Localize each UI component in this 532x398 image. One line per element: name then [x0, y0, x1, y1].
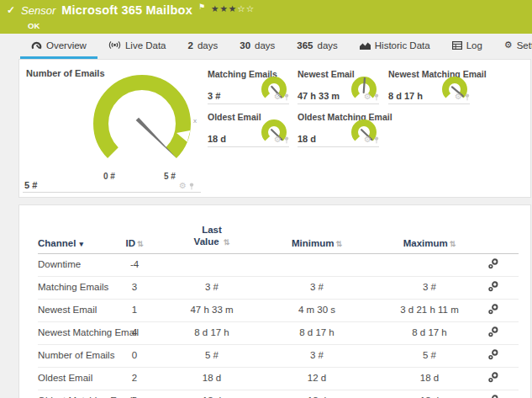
channel-actions-cell [485, 367, 519, 390]
table-row-newest-email[interactable]: Newest Email 1 47 h 33 m 4 m 30 s 3 d 21… [38, 299, 519, 321]
sensor-kind-label: Sensor [21, 4, 55, 17]
historic-data-icon [360, 41, 371, 50]
channel-name: Number of Emails [38, 344, 105, 367]
main-gauge-value: 5 # [24, 180, 37, 190]
gear-icon[interactable]: ⚙ [364, 93, 371, 101]
channel-actions-cell [485, 321, 519, 344]
channel-name: Oldest Matching Email [38, 390, 105, 398]
channel-id: 1 [105, 299, 164, 321]
tab-settings[interactable]: ⚙Settings [493, 34, 532, 59]
table-row-number-of-emails[interactable]: Number of Emails 0 5 # 3 # 5 # [38, 344, 519, 367]
gauge-value: 3 # [208, 91, 220, 101]
log-icon [452, 41, 462, 50]
column-header-maximum[interactable]: Maximum⇅ [374, 212, 485, 253]
channel-last-value: 5 # [164, 344, 260, 367]
stars-empty[interactable]: ☆☆ [237, 3, 255, 13]
channel-actions-cell [485, 390, 519, 398]
channel-last-value: 8 d 17 h [164, 321, 260, 344]
sort-icon: ⇅ [224, 238, 230, 247]
tab-label-number: 30 [240, 40, 250, 50]
channel-actions-cell [485, 344, 519, 367]
table-row-downtime[interactable]: Downtime -4 [38, 253, 519, 276]
channel-name: Downtime [38, 253, 105, 276]
gauge-scale-min: 0 # [103, 172, 115, 181]
tab-overview[interactable]: Overview [20, 34, 97, 59]
tab-label: days [198, 40, 218, 50]
gear-icon[interactable]: ⚙ [179, 182, 187, 190]
sort-icon: ⇅ [137, 240, 144, 248]
pin-icon[interactable] [465, 93, 470, 101]
tab-bar: OverviewLive Data2days30days365daysHisto… [0, 34, 532, 59]
channel-id: 2 [105, 367, 164, 390]
column-header-last-value[interactable]: Last Value ⇅ [164, 212, 260, 253]
gauge-cell-actions: ⚙ [364, 135, 379, 144]
table-row-newest-matching-email[interactable]: Newest Matching Email 4 8 d 17 h 8 d 17 … [38, 321, 519, 344]
gauge-cell-actions: ⚙ [179, 182, 194, 190]
channel-settings-icon[interactable] [488, 395, 498, 398]
table-row-oldest-matching-email[interactable]: Oldest Matching Email 5 18 d 18 d 18 d [38, 390, 519, 398]
tab-30-days[interactable]: 30days [229, 34, 286, 59]
stars-filled[interactable]: ★★★ [211, 3, 237, 13]
gauge-cell-actions: ⚙ [455, 93, 470, 101]
tab-label: days [318, 40, 338, 50]
table-header-row: Channel▾ ID⇅ Last Value ⇅ Minimum⇅ Maxim… [38, 212, 519, 253]
gauge-arc [101, 82, 183, 153]
channel-maximum: 3 d 21 h 11 m [374, 299, 485, 321]
channel-last-value: 47 h 33 m [164, 299, 260, 321]
channel-name: Newest Email [38, 299, 105, 321]
channel-settings-icon[interactable] [488, 349, 498, 360]
gauge-value: 18 d [208, 134, 226, 144]
gauge-title: Oldest Email [208, 112, 261, 122]
pin-icon[interactable] [374, 136, 379, 144]
tab-365-days[interactable]: 365days [286, 34, 348, 59]
gauge-cell-matching-emails: Matching Emails 3 # ⚙ [208, 70, 289, 104]
gear-icon[interactable]: ⚙ [274, 135, 282, 144]
gauge-title: Newest Matching Email [388, 69, 487, 79]
channels-table-body: Downtime -4 Matching Emails 3 3 # 3 # 3 … [38, 253, 519, 398]
tab-2-days[interactable]: 2days [177, 34, 229, 59]
gauge-scale-max: 5 # [164, 172, 176, 181]
channel-maximum: 8 d 17 h [374, 321, 485, 344]
gauge-title: Newest Email [298, 69, 355, 79]
channel-settings-icon[interactable] [488, 281, 498, 292]
pin-icon[interactable] [189, 183, 194, 190]
gear-icon[interactable]: ⚙ [274, 93, 282, 101]
tab-historic-data[interactable]: Historic Data [349, 34, 441, 59]
channel-settings-icon[interactable] [488, 304, 498, 315]
table-row-matching-emails[interactable]: Matching Emails 3 3 # 3 # 3 # [38, 276, 519, 299]
channel-settings-icon[interactable] [488, 372, 498, 383]
gear-icon[interactable]: ⚙ [455, 93, 462, 101]
column-header-minimum[interactable]: Minimum⇅ [260, 212, 374, 253]
status-badge: OK [28, 21, 40, 30]
main-gauge [54, 61, 230, 187]
tab-live-data[interactable]: Live Data [97, 34, 177, 59]
pin-icon[interactable] [374, 93, 379, 101]
table-row-oldest-email[interactable]: Oldest Email 2 18 d 12 d 18 d [38, 367, 519, 390]
main-gauge-cell: Number of Emails 0 # 5 # x 5 # ⚙ [23, 65, 201, 193]
gear-icon[interactable]: ⚙ [364, 135, 371, 144]
priority-stars[interactable]: ★★★☆☆ [211, 3, 255, 13]
column-header-actions [485, 212, 519, 253]
gauge-limit-marker: x [193, 117, 197, 125]
pin-icon[interactable] [284, 136, 289, 144]
channel-minimum: 4 m 30 s [260, 299, 374, 321]
live-data-icon [108, 40, 121, 50]
column-header-id[interactable]: ID⇅ [105, 212, 164, 253]
tab-log[interactable]: Log [441, 34, 493, 59]
channel-minimum: 3 # [260, 276, 374, 299]
channel-settings-icon[interactable] [488, 326, 498, 337]
channel-maximum: 5 # [374, 344, 485, 367]
channel-maximum: 3 # [374, 276, 485, 299]
column-header-channel[interactable]: Channel▾ [38, 212, 105, 253]
sort-desc-icon: ▾ [79, 240, 83, 248]
channel-minimum [260, 253, 374, 276]
sort-icon: ⇅ [335, 240, 342, 248]
channels-table: Channel▾ ID⇅ Last Value ⇅ Minimum⇅ Maxim… [38, 212, 519, 398]
tab-label-number: 2 [188, 40, 193, 50]
channel-settings-icon[interactable] [488, 258, 498, 269]
channel-actions-cell [485, 299, 519, 321]
sensor-header-line: ✓ Sensor Microsoft 365 Mailbox ⚑ ★★★☆☆ [7, 3, 255, 17]
pin-icon[interactable] [284, 93, 289, 101]
tab-label: Live Data [125, 40, 166, 50]
status-check-icon: ✓ [7, 4, 15, 16]
